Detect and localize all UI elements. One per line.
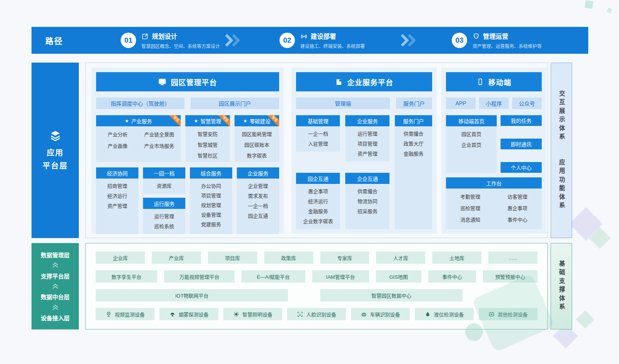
basic-support-rail: 基础支撑体系	[551, 243, 572, 329]
path-step-03[interactable]: 03 管理运营 资产管理、运营服务、系统维护等	[452, 31, 542, 49]
command-center-button[interactable]: 指挥调度中心（驾驶舱）	[96, 98, 185, 109]
decoration-cube	[576, 310, 594, 329]
step-number-badge: 02	[280, 33, 295, 48]
digital-twin-button[interactable]: 数字孪生平台	[96, 270, 157, 283]
chevron-right-icon	[223, 33, 242, 48]
card-item: 产业市场服务	[138, 141, 180, 152]
step-subtitle: 智慧园区概念、空间、系统等方案设计	[141, 43, 220, 49]
card-header: ★ 零碳建设 增值	[235, 115, 279, 126]
card-item: 设备管理	[191, 210, 231, 220]
broadcast-icon	[300, 33, 308, 40]
device-label: 车辆识别设备	[370, 311, 400, 318]
card-item: 运行管理	[144, 212, 185, 222]
operation-service-card: 运行服务 运行管理 巡检系统	[143, 198, 185, 234]
card-header: 基础管理	[296, 115, 340, 126]
card-header: 服务门户	[395, 115, 432, 126]
ai-enable-button[interactable]: E—AI赋能平台	[241, 270, 305, 283]
card-item: 招采服务	[346, 207, 388, 217]
project-db-button[interactable]: 项目库	[208, 251, 257, 264]
card-item: 资产管理	[346, 149, 388, 159]
smart-lighting-device-button[interactable]: 智慧照明设备	[223, 308, 282, 320]
gis-map-button[interactable]: GIS地图	[376, 270, 421, 283]
chevron-right-icon	[399, 33, 418, 48]
official-account-button[interactable]: 公众号	[512, 98, 542, 109]
more-db-button[interactable]: ......	[488, 251, 537, 264]
my-tasks-button[interactable]: 我的任务	[501, 115, 542, 126]
personal-center-button[interactable]: 个人中心	[501, 162, 542, 173]
card-item: 经济运行	[97, 191, 138, 201]
park-portal-button[interactable]: 园区展示门户	[191, 98, 279, 109]
video-management-button[interactable]: 万能视频管理平台	[164, 270, 235, 283]
event-center-button[interactable]: 事件中心	[428, 270, 476, 283]
card-item: 企业数字碳表	[297, 217, 339, 227]
rail-label: 设备接入层	[41, 314, 70, 322]
liquid-level-device-button[interactable]: 液位检测设备	[415, 308, 474, 320]
decoration-cube	[569, 207, 603, 241]
park-data-center-button[interactable]: 智慧园区数据中心	[320, 289, 463, 301]
expert-db-button[interactable]: 专家库	[320, 251, 369, 264]
card-header: ★ 智慧管理 增值	[185, 115, 230, 126]
app-channel-button[interactable]: APP	[446, 98, 476, 109]
device-label: 视频监测设备	[115, 311, 145, 318]
card-item: 园区首页	[447, 129, 496, 140]
device-label: 智慧照明设备	[242, 311, 272, 318]
step-number-badge: 01	[121, 33, 136, 48]
card-title: 零碳建设	[250, 117, 270, 125]
application-platform-panel: 园区管理平台 指挥调度中心（驾驶舱） 园区展示门户 ★ 产业服务 增值 产业分析…	[85, 63, 548, 238]
data-layers-rail: 数据管理层 支撑平台层 数据中台层 设备接入层	[32, 243, 79, 329]
rail-label: 支撑平台层	[41, 272, 70, 280]
application-platform-band: 应用 平台层 园区管理平台 指挥调度中心（驾驶舱） 园区展示门户 ★ 产业服务 …	[32, 63, 572, 238]
row-spacer	[288, 289, 320, 301]
card-item: 办公协同	[191, 181, 231, 191]
path-step-01[interactable]: 01 规划设计 智慧园区概念、空间、系统等方案设计	[121, 31, 220, 49]
value-added-ribbon: 增值	[167, 115, 181, 126]
card-item: 政策大厅	[396, 139, 431, 149]
card-item: 项目管理	[191, 191, 231, 200]
card-title: 智慧管理	[200, 117, 221, 125]
path-step-02[interactable]: 02 建设部署 建设施工、终端安装、系统部署	[280, 31, 365, 49]
card-title: 产业服务	[131, 117, 152, 125]
decoration-cube	[589, 227, 611, 249]
chevron-up-icon	[51, 262, 60, 268]
video-monitor-device-button[interactable]: 视频监测设备	[96, 308, 155, 320]
rail-label: 数据中台层	[41, 293, 70, 301]
mobile-header: 移动端	[446, 72, 542, 91]
card-item: 企业管理	[238, 181, 278, 191]
rail-label: 交互展示体系	[557, 90, 566, 142]
zero-carbon-card: ★ 零碳建设 增值 园区能耗管理 园区碳账本 数字碳表	[235, 115, 279, 162]
face-recognition-device-button[interactable]: 人脸识别设备	[287, 308, 346, 320]
data-middle-row: IOT物联网平台 智慧园区数据中心	[96, 289, 537, 301]
card-header: 经济协同	[96, 167, 138, 179]
smoke-detector-device-button[interactable]: 烟雾探测设备	[160, 308, 218, 320]
instant-messaging-button[interactable]: 即时通讯	[501, 139, 542, 149]
star-icon: ★	[125, 118, 129, 124]
vehicle-recognition-device-button[interactable]: 车辆识别设备	[351, 308, 410, 320]
card-item: 企业首页	[447, 140, 496, 151]
industry-db-button[interactable]: 产业库	[152, 251, 201, 264]
smoke-detector-icon	[169, 311, 176, 318]
iam-management-button[interactable]: IAM管理平台	[312, 270, 369, 283]
talent-db-button[interactable]: 人才库	[376, 251, 425, 264]
card-item: 访客管理	[494, 191, 541, 203]
card-item: 金融服务	[396, 149, 431, 159]
enterprise-db-button[interactable]: 企业库	[96, 251, 145, 264]
smart-management-card: ★ 智慧管理 增值 智慧安防 智慧城管 智慧社区	[185, 115, 230, 162]
iot-platform-button[interactable]: IOT物联网平台	[96, 289, 288, 301]
path-bar-label: 路径	[45, 35, 63, 46]
enterprise-platform-column: 企业服务平台 管理端 服务门户 基础管理 一企一档 入驻管理	[291, 68, 437, 234]
service-portal-button[interactable]: 服务门户	[396, 98, 432, 109]
mini-program-button[interactable]: 小程序	[479, 98, 509, 109]
card-item: 巡检管理	[447, 203, 494, 214]
early-warning-button[interactable]: 预警预报中心	[483, 270, 537, 283]
rail-label: 基础支撑体系	[557, 260, 566, 312]
park-enterprise-link-card: 园企互通 惠企事项 经济运行 金融服务 企业数字碳表	[296, 173, 340, 229]
step-title: 规划设计	[152, 31, 177, 41]
management-portal-button[interactable]: 管理端	[296, 98, 390, 109]
other-detection-device-button[interactable]: 其他检测设备	[479, 308, 537, 320]
edit-icon	[141, 33, 149, 40]
card-header: 企业服务	[345, 115, 389, 126]
comprehensive-service-card: 综合服务 办公协同 项目管理 规划管理 设备管理 党建服务	[190, 167, 232, 234]
land-db-button[interactable]: 土地库	[432, 251, 481, 264]
light-icon	[233, 311, 240, 318]
policy-db-button[interactable]: 政策库	[264, 251, 313, 264]
